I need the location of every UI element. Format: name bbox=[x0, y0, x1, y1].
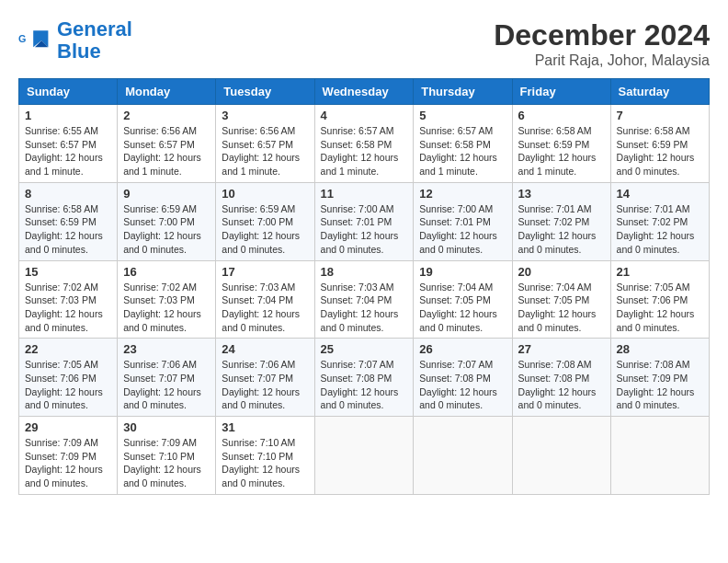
day-info: Sunrise: 7:08 AM Sunset: 7:08 PM Dayligh… bbox=[518, 358, 605, 412]
column-header-wednesday: Wednesday bbox=[314, 79, 414, 105]
day-info: Sunrise: 7:00 AM Sunset: 7:01 PM Dayligh… bbox=[321, 202, 408, 257]
calendar-cell: 9 Sunrise: 6:59 AM Sunset: 7:00 PM Dayli… bbox=[118, 182, 216, 260]
day-number: 19 bbox=[419, 265, 506, 279]
calendar-header-row: SundayMondayTuesdayWednesdayThursdayFrid… bbox=[19, 79, 710, 105]
day-info: Sunrise: 7:01 AM Sunset: 7:02 PM Dayligh… bbox=[518, 202, 605, 257]
day-info: Sunrise: 6:58 AM Sunset: 6:59 PM Dayligh… bbox=[25, 202, 111, 257]
calendar-cell: 26 Sunrise: 7:07 AM Sunset: 7:08 PM Dayl… bbox=[414, 339, 512, 417]
calendar-cell: 27 Sunrise: 7:08 AM Sunset: 7:08 PM Dayl… bbox=[512, 339, 610, 417]
day-number: 14 bbox=[617, 187, 703, 201]
day-info: Sunrise: 6:57 AM Sunset: 6:58 PM Dayligh… bbox=[321, 124, 408, 178]
calendar-cell: 12 Sunrise: 7:00 AM Sunset: 7:01 PM Dayl… bbox=[414, 182, 512, 260]
column-header-monday: Monday bbox=[118, 79, 216, 105]
calendar-week-3: 15 Sunrise: 7:02 AM Sunset: 7:03 PM Dayl… bbox=[19, 260, 710, 339]
column-header-thursday: Thursday bbox=[414, 79, 512, 105]
day-number: 23 bbox=[123, 342, 210, 356]
day-info: Sunrise: 7:05 AM Sunset: 7:06 PM Dayligh… bbox=[617, 281, 703, 335]
page-header: G General Blue December 2024 Parit Raja,… bbox=[18, 18, 710, 69]
day-number: 2 bbox=[123, 109, 210, 122]
day-number: 11 bbox=[321, 187, 408, 201]
day-number: 7 bbox=[617, 109, 703, 122]
page-subtitle: Parit Raja, Johor, Malaysia bbox=[494, 52, 710, 69]
day-number: 21 bbox=[617, 265, 703, 279]
calendar-table: SundayMondayTuesdayWednesdayThursdayFrid… bbox=[18, 78, 710, 495]
column-header-sunday: Sunday bbox=[19, 79, 118, 105]
logo-icon: G bbox=[18, 24, 51, 57]
day-info: Sunrise: 6:56 AM Sunset: 6:57 PM Dayligh… bbox=[222, 124, 308, 178]
day-info: Sunrise: 7:09 AM Sunset: 7:09 PM Dayligh… bbox=[25, 436, 111, 490]
day-info: Sunrise: 7:10 AM Sunset: 7:10 PM Dayligh… bbox=[222, 436, 308, 490]
day-number: 30 bbox=[123, 420, 210, 434]
svg-text:G: G bbox=[18, 33, 26, 44]
day-number: 17 bbox=[222, 265, 308, 279]
day-info: Sunrise: 7:02 AM Sunset: 7:03 PM Dayligh… bbox=[123, 281, 210, 335]
calendar-cell: 16 Sunrise: 7:02 AM Sunset: 7:03 PM Dayl… bbox=[118, 260, 216, 339]
calendar-cell: 17 Sunrise: 7:03 AM Sunset: 7:04 PM Dayl… bbox=[216, 260, 314, 339]
day-number: 10 bbox=[222, 187, 308, 201]
calendar-cell: 29 Sunrise: 7:09 AM Sunset: 7:09 PM Dayl… bbox=[19, 417, 118, 495]
calendar-cell bbox=[610, 417, 709, 495]
day-info: Sunrise: 7:03 AM Sunset: 7:04 PM Dayligh… bbox=[222, 281, 308, 335]
column-header-saturday: Saturday bbox=[610, 79, 709, 105]
day-info: Sunrise: 6:55 AM Sunset: 6:57 PM Dayligh… bbox=[25, 124, 111, 178]
calendar-week-5: 29 Sunrise: 7:09 AM Sunset: 7:09 PM Dayl… bbox=[19, 417, 710, 495]
calendar-week-1: 1 Sunrise: 6:55 AM Sunset: 6:57 PM Dayli… bbox=[19, 105, 710, 183]
calendar-cell: 3 Sunrise: 6:56 AM Sunset: 6:57 PM Dayli… bbox=[216, 105, 314, 183]
calendar-cell: 4 Sunrise: 6:57 AM Sunset: 6:58 PM Dayli… bbox=[314, 105, 414, 183]
calendar-cell: 10 Sunrise: 6:59 AM Sunset: 7:00 PM Dayl… bbox=[216, 182, 314, 260]
day-info: Sunrise: 6:58 AM Sunset: 6:59 PM Dayligh… bbox=[518, 124, 605, 178]
calendar-cell bbox=[512, 417, 610, 495]
day-number: 6 bbox=[518, 109, 605, 122]
day-info: Sunrise: 7:03 AM Sunset: 7:04 PM Dayligh… bbox=[321, 281, 408, 335]
day-number: 16 bbox=[123, 265, 210, 279]
day-number: 18 bbox=[321, 265, 408, 279]
day-number: 28 bbox=[617, 342, 703, 356]
calendar-cell: 28 Sunrise: 7:08 AM Sunset: 7:09 PM Dayl… bbox=[610, 339, 709, 417]
day-info: Sunrise: 7:00 AM Sunset: 7:01 PM Dayligh… bbox=[419, 202, 506, 257]
day-number: 1 bbox=[25, 109, 111, 122]
logo-text: General Blue bbox=[57, 18, 132, 63]
day-number: 15 bbox=[25, 265, 111, 279]
day-number: 12 bbox=[419, 187, 506, 201]
page-title: December 2024 bbox=[494, 18, 710, 52]
day-number: 20 bbox=[518, 265, 605, 279]
day-number: 13 bbox=[518, 187, 605, 201]
calendar-cell bbox=[414, 417, 512, 495]
calendar-cell: 22 Sunrise: 7:05 AM Sunset: 7:06 PM Dayl… bbox=[19, 339, 118, 417]
day-info: Sunrise: 7:04 AM Sunset: 7:05 PM Dayligh… bbox=[419, 281, 506, 335]
day-number: 29 bbox=[25, 420, 111, 434]
day-info: Sunrise: 6:59 AM Sunset: 7:00 PM Dayligh… bbox=[123, 202, 210, 257]
calendar-cell bbox=[314, 417, 414, 495]
calendar-cell: 24 Sunrise: 7:06 AM Sunset: 7:07 PM Dayl… bbox=[216, 339, 314, 417]
day-info: Sunrise: 7:09 AM Sunset: 7:10 PM Dayligh… bbox=[123, 436, 210, 490]
logo: G General Blue bbox=[18, 18, 132, 63]
day-info: Sunrise: 6:59 AM Sunset: 7:00 PM Dayligh… bbox=[222, 202, 308, 257]
calendar-cell: 2 Sunrise: 6:56 AM Sunset: 6:57 PM Dayli… bbox=[118, 105, 216, 183]
calendar-cell: 21 Sunrise: 7:05 AM Sunset: 7:06 PM Dayl… bbox=[610, 260, 709, 339]
day-info: Sunrise: 7:01 AM Sunset: 7:02 PM Dayligh… bbox=[617, 202, 703, 257]
calendar-cell: 15 Sunrise: 7:02 AM Sunset: 7:03 PM Dayl… bbox=[19, 260, 118, 339]
day-number: 3 bbox=[222, 109, 308, 122]
calendar-cell: 13 Sunrise: 7:01 AM Sunset: 7:02 PM Dayl… bbox=[512, 182, 610, 260]
calendar-cell: 14 Sunrise: 7:01 AM Sunset: 7:02 PM Dayl… bbox=[610, 182, 709, 260]
day-info: Sunrise: 7:04 AM Sunset: 7:05 PM Dayligh… bbox=[518, 281, 605, 335]
calendar-cell: 11 Sunrise: 7:00 AM Sunset: 7:01 PM Dayl… bbox=[314, 182, 414, 260]
day-info: Sunrise: 6:58 AM Sunset: 6:59 PM Dayligh… bbox=[617, 124, 703, 178]
column-header-friday: Friday bbox=[512, 79, 610, 105]
calendar-cell: 30 Sunrise: 7:09 AM Sunset: 7:10 PM Dayl… bbox=[118, 417, 216, 495]
day-info: Sunrise: 7:02 AM Sunset: 7:03 PM Dayligh… bbox=[25, 281, 111, 335]
day-number: 25 bbox=[321, 342, 408, 356]
logo-line1: General bbox=[57, 17, 132, 40]
calendar-cell: 23 Sunrise: 7:06 AM Sunset: 7:07 PM Dayl… bbox=[118, 339, 216, 417]
title-block: December 2024 Parit Raja, Johor, Malaysi… bbox=[494, 18, 710, 69]
calendar-week-2: 8 Sunrise: 6:58 AM Sunset: 6:59 PM Dayli… bbox=[19, 182, 710, 260]
calendar-cell: 25 Sunrise: 7:07 AM Sunset: 7:08 PM Dayl… bbox=[314, 339, 414, 417]
column-header-tuesday: Tuesday bbox=[216, 79, 314, 105]
day-number: 4 bbox=[321, 109, 408, 122]
calendar-cell: 7 Sunrise: 6:58 AM Sunset: 6:59 PM Dayli… bbox=[610, 105, 709, 183]
day-number: 27 bbox=[518, 342, 605, 356]
calendar-cell: 31 Sunrise: 7:10 AM Sunset: 7:10 PM Dayl… bbox=[216, 417, 314, 495]
day-number: 22 bbox=[25, 342, 111, 356]
calendar-cell: 5 Sunrise: 6:57 AM Sunset: 6:58 PM Dayli… bbox=[414, 105, 512, 183]
day-number: 9 bbox=[123, 187, 210, 201]
